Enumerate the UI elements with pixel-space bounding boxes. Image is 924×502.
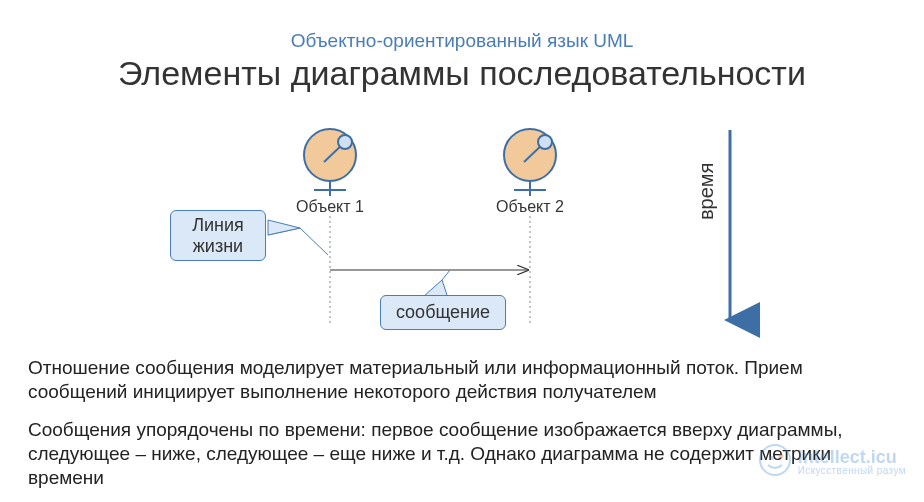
subtitle: Объектно-ориентированный язык UML [0, 30, 924, 52]
object1-label: Объект 1 [296, 198, 364, 215]
page-title: Элементы диаграммы последовательности [0, 54, 924, 93]
svg-point-2 [338, 135, 352, 149]
object2-label: Объект 2 [496, 198, 564, 215]
description-paragraph-2: Сообщения упорядочены по времени: первое… [28, 418, 898, 489]
object2-head [504, 129, 556, 196]
lifeline-callout: Линия жизни [170, 210, 266, 261]
lifeline-callout-tail [268, 220, 300, 235]
time-axis-label: время [695, 163, 718, 220]
object1-head [304, 129, 356, 196]
message-callout: сообщение [380, 295, 506, 330]
svg-point-7 [538, 135, 552, 149]
description-paragraph-1: Отношение сообщения моделирует материаль… [28, 356, 898, 404]
